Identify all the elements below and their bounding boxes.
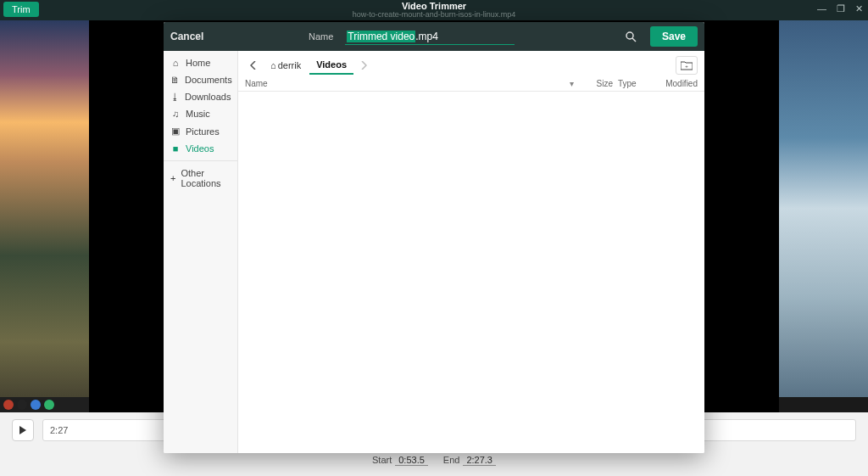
sort-indicator-icon[interactable]: ▾ [566,79,577,88]
video-still-left [0,20,89,412]
file-browser: ⌂derrik Videos + Name ▾ Size Type Modifi… [238,51,704,453]
column-type[interactable]: Type [618,79,648,88]
maximize-button[interactable]: ❐ [837,3,845,14]
desktop-taskbar-left [0,397,89,412]
chevron-up-icon: ▴ [821,400,826,409]
taskbar-icon [31,400,41,410]
breadcrumb-bar: ⌂derrik Videos + [238,51,704,76]
sidebar-item-label: Other Locations [181,168,231,188]
folder-plus-icon: + [681,61,693,70]
taskbar-icon [3,400,14,410]
breadcrumb-label: derrik [278,60,302,70]
taskbar-icon [17,400,27,410]
column-size[interactable]: Size [582,79,613,88]
svg-text:+: + [685,64,688,69]
open-file-name: how-to-create-mount-and-burn-isos-in-lin… [353,11,516,19]
music-icon: ♫ [170,109,181,119]
breadcrumb-current[interactable]: Videos [309,56,353,75]
sidebar-item-videos[interactable]: ■ Videos [164,140,237,157]
column-name[interactable]: Name [245,79,561,88]
end-label: End [443,455,460,465]
sidebar-item-documents[interactable]: 🗎 Documents [164,71,237,88]
breadcrumb-home[interactable]: ⌂derrik [264,57,308,74]
trim-button[interactable]: Trim [3,2,39,17]
chevron-left-icon [250,61,257,70]
places-sidebar: ⌂ Home 🗎 Documents ⭳ Downloads ♫ Music ▣… [164,51,238,453]
nav-forward-button[interactable] [355,57,372,74]
clock-time: 9:19 PM [834,397,863,405]
desktop-clock: 9:19 PM 12/17/17 [834,397,863,411]
plus-icon: + [170,173,175,183]
picture-icon: ▣ [170,126,181,137]
filename-selected: Trimmed video [347,31,415,42]
home-icon: ⌂ [170,58,181,68]
dialog-header: Cancel Name Trimmed video.mp4 Save [164,22,704,51]
sidebar-item-label: Music [186,109,210,119]
sidebar-item-label: Home [186,58,210,68]
sidebar-item-downloads[interactable]: ⭳ Downloads [164,88,237,105]
end-value[interactable]: 2:27.3 [463,455,496,466]
play-button[interactable] [12,419,34,441]
search-button[interactable] [620,31,642,42]
nav-back-button[interactable] [245,57,262,74]
sidebar-item-home[interactable]: ⌂ Home [164,54,237,71]
sidebar-item-label: Videos [186,143,214,154]
sidebar-item-music[interactable]: ♫ Music [164,105,237,122]
video-icon: ■ [170,143,181,154]
save-button[interactable]: Save [650,26,698,47]
screen-icon: ▭ [798,400,805,409]
sidebar-item-label: Documents [185,75,232,85]
video-still-right: ▭ 🔊 ▴ 9:19 PM 12/17/17 [779,20,868,412]
filename-extension: .mp4 [415,31,438,42]
save-dialog: Cancel Name Trimmed video.mp4 Save ⌂ Hom… [164,22,704,453]
start-value[interactable]: 0:53.5 [395,455,428,466]
close-button[interactable]: ✕ [855,3,863,14]
cancel-button[interactable]: Cancel [170,31,203,42]
document-icon: 🗎 [170,75,180,85]
sidebar-item-label: Pictures [186,126,220,137]
clock-date: 12/17/17 [834,405,863,411]
column-headers[interactable]: Name ▾ Size Type Modified [238,76,704,92]
volume-icon: 🔊 [809,400,818,409]
download-icon: ⭳ [170,92,180,102]
file-list[interactable] [238,92,704,453]
sidebar-other-locations[interactable]: + Other Locations [164,165,237,192]
window-titlebar: Trim Video Trimmer how-to-create-mount-a… [0,0,868,20]
taskbar-icon [44,400,54,410]
new-folder-button[interactable]: + [676,56,698,75]
sidebar-item-label: Downloads [185,92,231,102]
minimize-button[interactable]: — [817,3,826,14]
home-icon: ⌂ [270,60,276,70]
sidebar-item-pictures[interactable]: ▣ Pictures [164,122,237,140]
chevron-right-icon [360,61,367,70]
search-icon [625,31,637,42]
play-icon [19,426,27,434]
desktop-tray-icons: ▭ 🔊 ▴ [798,400,826,409]
column-modified[interactable]: Modified [654,79,698,88]
svg-point-0 [626,32,633,39]
filename-input[interactable]: Trimmed video.mp4 [345,29,515,45]
start-label: Start [372,455,392,465]
current-time: 2:27 [50,425,68,435]
svg-line-1 [632,38,636,42]
filename-label: Name [309,31,333,42]
